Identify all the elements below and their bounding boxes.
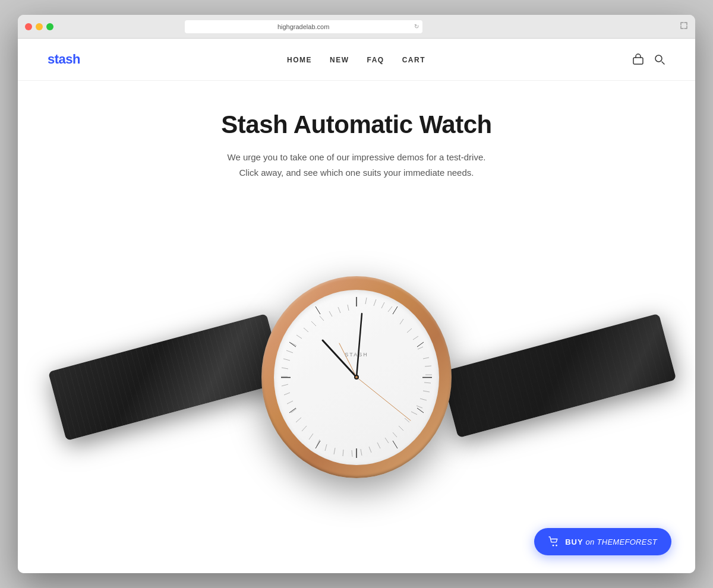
svg-line-61 bbox=[323, 340, 356, 377]
hero-subtitle-line1: We urge you to take one of our impressiv… bbox=[228, 152, 486, 162]
svg-line-58 bbox=[329, 311, 332, 317]
watch-case: STASH bbox=[261, 276, 452, 478]
hero-subtitle: We urge you to take one of our impressiv… bbox=[221, 150, 491, 180]
svg-rect-0 bbox=[633, 58, 643, 64]
svg-line-29 bbox=[411, 412, 417, 415]
navbar: stash HOME NEW FAQ CART bbox=[18, 39, 695, 80]
svg-line-6 bbox=[417, 408, 424, 413]
reload-button[interactable]: ↻ bbox=[414, 23, 419, 30]
buy-button[interactable]: BUY on THEMEFOREST bbox=[534, 528, 671, 555]
bag-icon[interactable] bbox=[632, 53, 644, 65]
svg-point-68 bbox=[553, 545, 554, 546]
nav-link-faq[interactable]: FAQ bbox=[367, 56, 384, 64]
svg-line-22 bbox=[423, 358, 429, 359]
svg-line-23 bbox=[425, 366, 431, 366]
svg-line-38 bbox=[343, 450, 343, 456]
svg-line-4 bbox=[417, 342, 424, 347]
hero-section: Stash Automatic Watch We urge you to tak… bbox=[18, 81, 695, 573]
minimize-button[interactable] bbox=[36, 23, 43, 30]
nav-item-home[interactable]: HOME bbox=[287, 54, 312, 65]
svg-line-36 bbox=[361, 449, 362, 456]
nav-item-new[interactable]: NEW bbox=[330, 54, 349, 65]
svg-line-18 bbox=[400, 319, 403, 324]
svg-point-66 bbox=[355, 376, 358, 378]
svg-text:STASH: STASH bbox=[345, 352, 368, 358]
svg-line-46 bbox=[287, 401, 293, 404]
svg-line-57 bbox=[320, 316, 324, 321]
svg-line-43 bbox=[302, 426, 307, 431]
traffic-lights bbox=[25, 23, 53, 30]
watch-strap-left bbox=[48, 314, 285, 441]
watch-image: STASH bbox=[89, 193, 624, 573]
svg-line-55 bbox=[304, 328, 308, 332]
svg-line-3 bbox=[393, 306, 397, 314]
nav-link-new[interactable]: NEW bbox=[330, 56, 349, 64]
svg-line-28 bbox=[417, 406, 422, 408]
svg-line-32 bbox=[393, 432, 397, 437]
svg-line-33 bbox=[385, 438, 389, 443]
browser-chrome: highgradelab.com ↻ bbox=[18, 15, 695, 39]
svg-line-7 bbox=[393, 441, 397, 448]
svg-line-52 bbox=[286, 350, 293, 353]
nav-link-home[interactable]: HOME bbox=[287, 56, 312, 64]
url-text: highgradelab.com bbox=[277, 23, 329, 30]
watch-dial: STASH bbox=[274, 290, 439, 465]
svg-line-35 bbox=[369, 447, 371, 453]
buy-main-text: BUY bbox=[565, 538, 583, 546]
expand-button[interactable] bbox=[680, 21, 688, 32]
svg-line-12 bbox=[289, 342, 296, 347]
svg-line-39 bbox=[334, 448, 335, 454]
svg-line-10 bbox=[289, 408, 296, 413]
svg-line-21 bbox=[418, 347, 423, 349]
site-logo[interactable]: stash bbox=[48, 52, 80, 67]
svg-line-42 bbox=[309, 434, 313, 440]
cart-icon bbox=[548, 536, 559, 547]
svg-line-56 bbox=[311, 321, 316, 326]
nav-link-cart[interactable]: CART bbox=[402, 56, 425, 64]
hero-subtitle-line2: Click away, and see which one suits your… bbox=[239, 167, 474, 178]
browser-window: highgradelab.com ↻ stash HOME NEW FAQ bbox=[18, 15, 695, 573]
svg-point-1 bbox=[655, 55, 662, 62]
svg-line-51 bbox=[283, 359, 290, 361]
svg-line-54 bbox=[296, 335, 302, 339]
svg-line-37 bbox=[352, 450, 352, 457]
svg-line-50 bbox=[282, 368, 288, 369]
website-content: stash HOME NEW FAQ CART bbox=[18, 39, 695, 573]
svg-line-26 bbox=[423, 391, 430, 392]
watch-strap-right bbox=[441, 314, 677, 438]
buy-button-label: BUY on THEMEFOREST bbox=[565, 538, 657, 546]
nav-item-faq[interactable]: FAQ bbox=[367, 54, 384, 65]
hero-text: Stash Automatic Watch We urge you to tak… bbox=[221, 81, 491, 180]
svg-line-62 bbox=[356, 314, 362, 377]
nav-links: HOME NEW FAQ CART bbox=[287, 54, 425, 65]
svg-line-16 bbox=[381, 302, 384, 308]
svg-line-63 bbox=[356, 377, 411, 421]
svg-line-31 bbox=[399, 426, 403, 431]
svg-line-44 bbox=[296, 418, 301, 422]
search-icon[interactable] bbox=[654, 53, 665, 65]
address-bar[interactable]: highgradelab.com ↻ bbox=[185, 20, 422, 33]
svg-line-25 bbox=[424, 382, 431, 383]
maximize-button[interactable] bbox=[46, 23, 53, 30]
svg-line-15 bbox=[374, 299, 376, 306]
svg-line-17 bbox=[388, 306, 392, 312]
svg-line-40 bbox=[325, 444, 327, 451]
close-button[interactable] bbox=[25, 23, 32, 30]
svg-line-9 bbox=[316, 441, 320, 448]
svg-line-13 bbox=[316, 306, 320, 314]
svg-line-20 bbox=[413, 336, 418, 340]
svg-line-27 bbox=[420, 399, 427, 400]
svg-line-60 bbox=[348, 305, 349, 311]
hero-title: Stash Automatic Watch bbox=[221, 110, 491, 139]
svg-line-19 bbox=[407, 328, 412, 333]
nav-item-cart[interactable]: CART bbox=[402, 54, 425, 65]
svg-line-34 bbox=[377, 442, 380, 448]
nav-icons bbox=[632, 53, 665, 65]
svg-point-69 bbox=[556, 545, 557, 546]
svg-line-48 bbox=[282, 384, 288, 386]
svg-line-14 bbox=[365, 298, 367, 304]
svg-line-59 bbox=[338, 307, 340, 313]
svg-line-47 bbox=[284, 393, 290, 395]
buy-sub-text: on THEMEFOREST bbox=[586, 538, 658, 546]
